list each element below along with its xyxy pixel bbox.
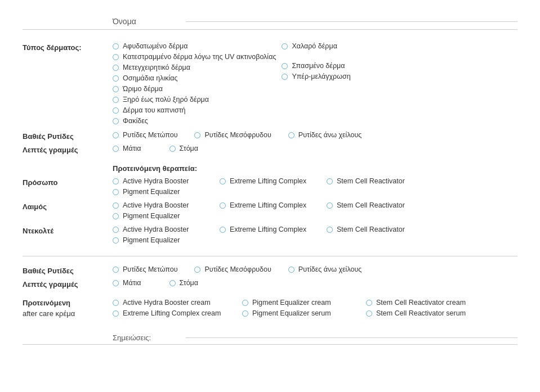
deep-wrinkles-content: Ρυτίδες Μετώπου Ρυτίδες Μεσόφρυδου Ρυτίδ… bbox=[113, 131, 517, 142]
radio-uv bbox=[113, 54, 119, 60]
option-neck-scr[interactable]: Stem Cell Reactivator bbox=[327, 201, 434, 209]
aftercare-left-labels: Προτεινόμενη after care κρέμα bbox=[23, 299, 113, 318]
option-neck-ahb[interactable]: Active Hydra Booster bbox=[113, 201, 220, 209]
option-neck-elc[interactable]: Extreme Lifting Complex bbox=[220, 201, 327, 209]
recommended-label: Προτεινόμενη bbox=[23, 299, 113, 307]
deep-wrinkles2-content: Ρυτίδες Μετώπου Ρυτίδες Μεσόφρυδου Ρυτίδ… bbox=[113, 265, 517, 276]
radio-pe-cream bbox=[242, 300, 248, 306]
radio-mouth bbox=[169, 146, 176, 152]
radio-dec-pe bbox=[113, 237, 119, 244]
option-dec-ahb[interactable]: Active Hydra Booster bbox=[113, 226, 220, 233]
radio-eyes2 bbox=[113, 280, 119, 286]
aftercare-row: Προτεινόμενη after care κρέμα Active Hyd… bbox=[23, 299, 517, 320]
option-elc-cream[interactable]: Extreme Lifting Complex cream bbox=[113, 309, 236, 317]
thin-lines2-row: Λεπτές γραμμές Μάτια Στόμα bbox=[23, 279, 517, 290]
label-upper-lip: Ρυτίδες άνω χείλους bbox=[298, 131, 362, 139]
option-age-spots[interactable]: Οσημάδια ηλικίας bbox=[113, 74, 276, 82]
option-broken[interactable]: Σπασμένο δέρμα bbox=[282, 62, 394, 70]
label-dehydrated: Αφυδατωμένο δέρμα bbox=[123, 42, 188, 50]
option-neck-pe[interactable]: Pigment Equalizer bbox=[113, 212, 203, 220]
radio-forehead2 bbox=[113, 267, 119, 273]
option-face-elc[interactable]: Extreme Lifting Complex bbox=[220, 177, 327, 185]
decollete-label: Ντεκολτέ bbox=[23, 226, 113, 235]
label-neck-ahb: Active Hydra Booster bbox=[123, 201, 189, 209]
label-dec-elc: Extreme Lifting Complex bbox=[230, 226, 306, 233]
option-mouth[interactable]: Στόμα bbox=[169, 145, 198, 152]
label-pe-serum: Pigment Equalizer serum bbox=[252, 309, 331, 317]
radio-dry bbox=[113, 97, 119, 103]
recommended-therapy-label bbox=[23, 164, 113, 165]
option-smoker[interactable]: Δέρμα του καπνιστή bbox=[113, 106, 225, 114]
neck-label: Λαιμός bbox=[23, 201, 113, 211]
section-divider bbox=[23, 256, 517, 256]
option-dry[interactable]: Ξηρό έως πολύ ξηρό δέρμα bbox=[113, 96, 225, 103]
option-loose[interactable]: Χαλαρό δέρμα bbox=[282, 42, 394, 50]
option-mouth2[interactable]: Στόμα bbox=[169, 279, 198, 287]
option-pe-serum[interactable]: Pigment Equalizer serum bbox=[242, 309, 360, 317]
radio-freckles bbox=[113, 118, 119, 124]
radio-upper-lip2 bbox=[288, 267, 294, 273]
option-uv[interactable]: Κατεστραμμένο δέρμα λόγω της UV ακτινοβο… bbox=[113, 53, 276, 61]
radio-brow2 bbox=[194, 267, 200, 273]
radio-face-pe bbox=[113, 189, 119, 195]
radio-dec-ahb bbox=[113, 227, 119, 233]
option-eyes2[interactable]: Μάτια bbox=[113, 279, 141, 287]
radio-post-op bbox=[113, 65, 119, 71]
label-eyes2: Μάτια bbox=[123, 279, 141, 287]
option-face-scr[interactable]: Stem Cell Reactivator bbox=[327, 177, 434, 185]
aftercare-col-2: Pigment Equalizer cream Pigment Equalize… bbox=[242, 299, 360, 320]
label-dec-pe: Pigment Equalizer bbox=[123, 236, 180, 244]
deep-wrinkles-row: Βαθιές Ρυτίδες Ρυτίδες Μετώπου Ρυτίδες Μ… bbox=[23, 131, 517, 142]
label-dry: Ξηρό έως πολύ ξηρό δέρμα bbox=[123, 96, 209, 103]
option-post-op[interactable]: Μετεγχειρητικό δέρμα bbox=[113, 64, 276, 71]
thin-lines2-label: Λεπτές γραμμές bbox=[23, 279, 113, 289]
option-upper-lip2[interactable]: Ρυτίδες άνω χείλους bbox=[288, 265, 362, 273]
option-dec-elc[interactable]: Extreme Lifting Complex bbox=[220, 226, 327, 233]
aftercare-content: Active Hydra Booster cream Extreme Lifti… bbox=[113, 299, 517, 320]
option-eyes[interactable]: Μάτια bbox=[113, 145, 141, 152]
radio-face-elc bbox=[220, 178, 226, 184]
label-age-spots: Οσημάδια ηλικίας bbox=[123, 74, 178, 82]
label-post-op: Μετεγχειρητικό δέρμα bbox=[123, 64, 190, 71]
option-brow2[interactable]: Ρυτίδες Μεσόφρυδου bbox=[194, 265, 271, 273]
radio-face-scr bbox=[327, 178, 333, 184]
label-scr-cream: Stem Cell Reactivator cream bbox=[376, 299, 466, 307]
option-dehydrated[interactable]: Αφυδατωμένο δέρμα bbox=[113, 42, 276, 50]
neck-content: Active Hydra Booster Extreme Lifting Com… bbox=[113, 201, 517, 223]
option-mature[interactable]: Ώριμο δέρμα bbox=[113, 85, 225, 93]
radio-dehydrated bbox=[113, 43, 119, 49]
radio-age-spots bbox=[113, 75, 119, 82]
option-scr-cream[interactable]: Stem Cell Reactivator cream bbox=[366, 299, 484, 307]
thin-lines-content: Μάτια Στόμα bbox=[113, 145, 517, 155]
label-ahb-cream: Active Hydra Booster cream bbox=[123, 299, 211, 307]
label-forehead2: Ρυτίδες Μετώπου bbox=[123, 265, 177, 273]
label-dec-ahb: Active Hydra Booster bbox=[123, 226, 189, 233]
option-ahb-cream[interactable]: Active Hydra Booster cream bbox=[113, 299, 236, 307]
option-face-pe[interactable]: Pigment Equalizer bbox=[113, 188, 203, 196]
option-freckles[interactable]: Φακίδες bbox=[113, 117, 225, 125]
option-dec-pe[interactable]: Pigment Equalizer bbox=[113, 236, 203, 244]
option-face-ahb[interactable]: Active Hydra Booster bbox=[113, 177, 220, 185]
notes-label: Σημειώσεις: bbox=[113, 334, 180, 342]
option-forehead[interactable]: Ρυτίδες Μετώπου bbox=[113, 131, 177, 139]
option-scr-serum[interactable]: Stem Cell Reactivator serum bbox=[366, 309, 484, 317]
label-pe-cream: Pigment Equalizer cream bbox=[252, 299, 331, 307]
option-hyperpigmentation[interactable]: Υπέρ-μελάγχρωση bbox=[282, 73, 394, 80]
option-forehead2[interactable]: Ρυτίδες Μετώπου bbox=[113, 265, 177, 273]
radio-eyes bbox=[113, 146, 119, 152]
option-brow[interactable]: Ρυτίδες Μεσόφρυδου bbox=[194, 131, 271, 139]
notes-line bbox=[186, 337, 517, 338]
radio-dec-elc bbox=[220, 227, 226, 233]
label-broken: Σπασμένο δέρμα bbox=[292, 62, 345, 70]
aftercare-col-1: Active Hydra Booster cream Extreme Lifti… bbox=[113, 299, 236, 320]
option-pe-cream[interactable]: Pigment Equalizer cream bbox=[242, 299, 360, 307]
aftercare-col-3: Stem Cell Reactivator cream Stem Cell Re… bbox=[366, 299, 484, 320]
face-content: Active Hydra Booster Extreme Lifting Com… bbox=[113, 177, 517, 199]
skin-type-col-3: Ώριμο δέρμα Ξηρό έως πολύ ξηρό δέρμα Δέρ… bbox=[113, 85, 225, 128]
option-dec-scr[interactable]: Stem Cell Reactivator bbox=[327, 226, 434, 233]
radio-smoker bbox=[113, 107, 119, 114]
after-care-label: after care κρέμα bbox=[23, 309, 113, 318]
option-upper-lip[interactable]: Ρυτίδες άνω χείλους bbox=[288, 131, 362, 139]
name-row: Όνομα bbox=[23, 17, 517, 30]
neck-row: Λαιμός Active Hydra Booster Extreme Lift… bbox=[23, 201, 517, 223]
